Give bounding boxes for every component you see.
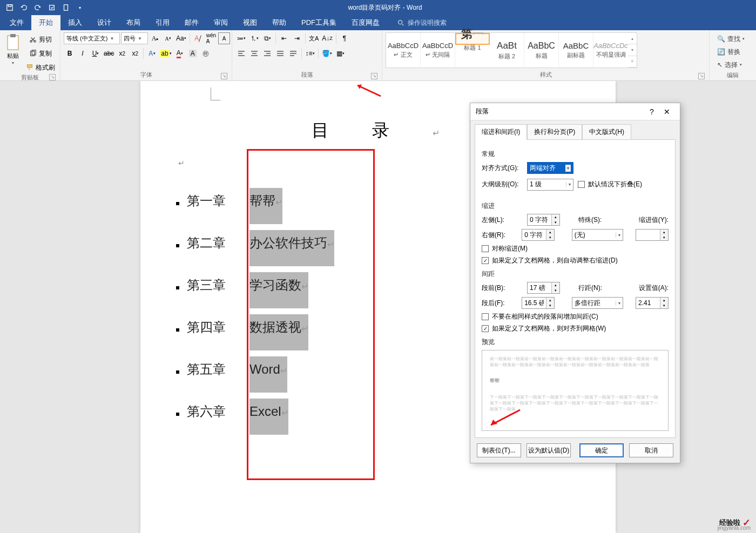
line-spacing-button[interactable]: ↕≡▾	[304, 48, 316, 59]
style-title[interactable]: AaBbC标题	[524, 33, 559, 68]
search-icon: 🔍	[717, 35, 725, 43]
select-button[interactable]: ↖选择▾	[716, 59, 746, 70]
numbering-button[interactable]: ⒈▾	[248, 32, 260, 44]
shading-button[interactable]: 🪣▾	[321, 48, 333, 59]
char-shading-button[interactable]: A	[187, 48, 199, 59]
tab-help[interactable]: 帮助	[265, 15, 294, 30]
find-button[interactable]: 🔍查找▾	[716, 33, 746, 44]
tab-chinese[interactable]: 中文版式(H)	[582, 124, 631, 140]
snap-grid-checkbox[interactable]: ✓如果定义了文档网格，则对齐到网格(W)	[482, 324, 669, 333]
dialog-titlebar[interactable]: 段落 ? ✕	[470, 103, 680, 120]
superscript-button[interactable]: x2	[129, 48, 141, 59]
close-button[interactable]: ✕	[659, 107, 674, 116]
mirror-indent-checkbox[interactable]: 对称缩进(M)	[482, 244, 669, 253]
auto-adjust-indent-checkbox[interactable]: ✓如果定义了文档网格，则自动调整右缩进(D)	[482, 256, 669, 265]
annotation-arrow-preview	[485, 409, 523, 428]
qat-btn-5[interactable]	[59, 1, 72, 14]
save-button[interactable]	[3, 1, 16, 14]
align-justify-button[interactable]	[274, 48, 286, 59]
gallery-scroll[interactable]: ▴▾≡	[628, 33, 637, 68]
font-launcher[interactable]: ↘	[221, 73, 227, 79]
space-before-spinner[interactable]: ▴▾	[527, 282, 560, 294]
style-subtitle[interactable]: AaBbC副标题	[559, 33, 593, 68]
increase-indent-button[interactable]: ⇥	[291, 32, 303, 44]
borders-button[interactable]: ▦▾	[334, 48, 346, 59]
tab-home[interactable]: 开始	[31, 15, 60, 30]
collapse-checkbox[interactable]: 默认情况下折叠(E)	[578, 180, 642, 189]
alignment-select[interactable]: 两端对齐▾	[527, 162, 573, 174]
tab-baidu[interactable]: 百度网盘	[344, 15, 387, 30]
tell-me-search[interactable]: 操作说明搜索	[387, 15, 447, 30]
bold-button[interactable]: B	[64, 48, 76, 59]
no-space-checkbox[interactable]: 不要在相同样式的段落间增加间距(C)	[482, 312, 669, 321]
help-button[interactable]: ?	[644, 107, 659, 116]
qat-more[interactable]: ▾	[73, 1, 86, 14]
qat-btn-4[interactable]	[45, 1, 58, 14]
bullets-button[interactable]: ≔▾	[235, 32, 247, 44]
italic-button[interactable]: I	[77, 48, 89, 59]
phonetic-button[interactable]: wénA	[205, 32, 217, 44]
clipboard-launcher[interactable]: ↘	[49, 74, 56, 80]
decrease-indent-button[interactable]: ⇤	[278, 32, 290, 44]
font-size-combo[interactable]: 四号▼	[121, 32, 148, 44]
line-spacing-value-spinner[interactable]: ▴▾	[636, 297, 669, 309]
undo-button[interactable]	[17, 1, 30, 14]
special-indent-select[interactable]: (无)▾	[572, 229, 623, 241]
line-spacing-select[interactable]: 多倍行距▾	[572, 297, 623, 309]
style-heading2[interactable]: AaBt标题 2	[490, 33, 524, 68]
style-nospacing[interactable]: AaBbCcD↵ 无间隔	[421, 33, 455, 68]
ok-button[interactable]: 确定	[579, 443, 624, 457]
tab-indent-spacing[interactable]: 缩进和间距(I)	[475, 124, 527, 140]
sort-button[interactable]: A↓Z	[321, 32, 334, 44]
style-subtle[interactable]: AaBbCcDc不明显强调	[593, 33, 628, 68]
outline-level-select[interactable]: 1 级▾	[527, 179, 573, 191]
distribute-button[interactable]	[287, 48, 299, 59]
copy-button[interactable]: 复制	[25, 48, 56, 59]
align-left-button[interactable]	[235, 48, 247, 59]
indent-right-spinner[interactable]: ▴▾	[522, 229, 555, 241]
tab-review[interactable]: 审阅	[206, 15, 235, 30]
cancel-button[interactable]: 取消	[629, 443, 673, 457]
style-heading1[interactable]: 第一标题 1	[455, 33, 490, 45]
replace-button[interactable]: 🔄替换	[716, 46, 746, 57]
paste-button[interactable]: 粘贴 ▼	[3, 32, 23, 66]
styles-launcher[interactable]: ↘	[698, 73, 705, 79]
cut-button[interactable]: 剪切	[25, 33, 56, 45]
tab-mailings[interactable]: 邮件	[177, 15, 206, 30]
strike-button[interactable]: abc	[103, 48, 115, 59]
tab-design[interactable]: 设计	[90, 15, 119, 30]
enclose-char-button[interactable]: ㊕	[200, 48, 212, 59]
change-case-button[interactable]: Aa▾	[175, 32, 187, 44]
style-normal[interactable]: AaBbCcD↵ 正文	[386, 33, 421, 68]
grow-font-button[interactable]: A▴	[149, 32, 161, 44]
text-effects-button[interactable]: A▾	[146, 48, 158, 59]
tab-view[interactable]: 视图	[235, 15, 265, 30]
tab-insert[interactable]: 插入	[60, 15, 90, 30]
align-right-button[interactable]	[261, 48, 273, 59]
space-after-spinner[interactable]: ▴▾	[522, 297, 555, 309]
show-marks-button[interactable]: ¶	[339, 32, 350, 44]
format-painter-button[interactable]: 格式刷	[25, 62, 56, 73]
font-color-button[interactable]: A▾	[174, 48, 186, 59]
indent-left-spinner[interactable]: ▴▾	[527, 214, 560, 226]
char-border-button[interactable]: A	[218, 32, 230, 44]
align-center-button[interactable]	[248, 48, 260, 59]
indent-value-spinner[interactable]: ▴▾	[636, 229, 669, 241]
font-name-combo[interactable]: 等线 (中文正文)▼	[64, 32, 120, 44]
tab-line-breaks[interactable]: 换行和分页(P)	[527, 124, 582, 140]
subscript-button[interactable]: x2	[116, 48, 128, 59]
redo-button[interactable]	[31, 1, 44, 14]
underline-button[interactable]: U▾	[90, 48, 102, 59]
paragraph-launcher[interactable]: ↘	[371, 73, 377, 79]
highlight-button[interactable]: ab▾	[159, 48, 172, 59]
tabs-button[interactable]: 制表位(T)...	[477, 443, 521, 457]
set-default-button[interactable]: 设为默认值(D)	[526, 443, 571, 457]
tab-layout[interactable]: 布局	[119, 15, 148, 30]
ltr-button[interactable]: 文A	[308, 32, 320, 44]
tab-references[interactable]: 引用	[148, 15, 177, 30]
tab-pdf[interactable]: PDF工具集	[294, 15, 344, 30]
clear-format-button[interactable]: A⧸	[192, 32, 204, 44]
tab-file[interactable]: 文件	[2, 15, 31, 30]
shrink-font-button[interactable]: A▾	[162, 32, 174, 44]
multilevel-button[interactable]: ⧉▾	[261, 32, 273, 44]
